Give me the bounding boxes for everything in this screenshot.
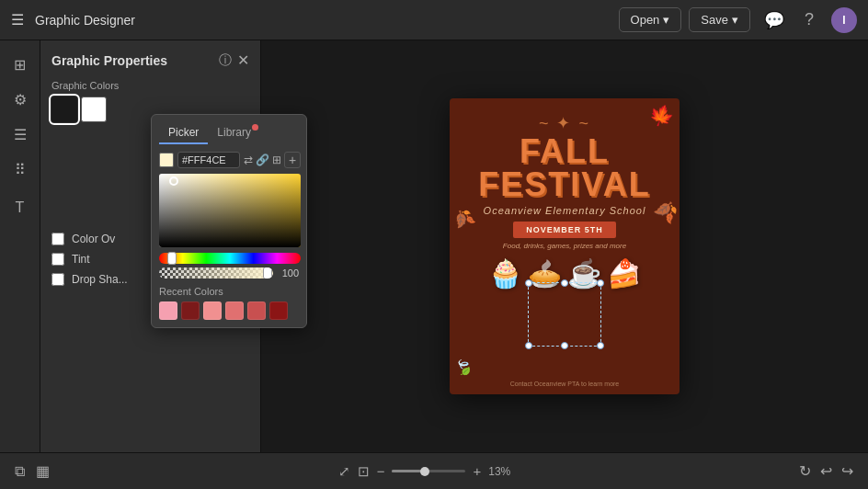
sidebar-item-text[interactable]: T: [6, 193, 35, 222]
undo-btn[interactable]: ↩: [820, 462, 832, 480]
help-icon-btn[interactable]: ?: [796, 7, 822, 33]
hue-slider-wrapper: [159, 253, 299, 264]
tab-library[interactable]: Library: [208, 122, 260, 144]
hue-thumb: [167, 252, 177, 265]
add-color-btn[interactable]: +: [284, 152, 301, 168]
latte-icon: ☕: [567, 257, 601, 290]
recent-swatch-3[interactable]: [203, 301, 222, 320]
main-area: ⊞ ⚙ ☰ ⠿ T Graphic Properties ⓘ ✕ Graphic…: [0, 40, 868, 452]
zoom-slider[interactable]: [392, 470, 465, 472]
topbar-icons: 💬 ? I: [761, 7, 857, 33]
swap-icon[interactable]: ⇄: [244, 152, 253, 168]
gradient-canvas[interactable]: [159, 174, 301, 247]
canvas-area[interactable]: 🍁 🍂 🍂 🍃 ~ ✦ ~ FALL FESTIVAL Oceanview El…: [261, 40, 868, 452]
panel-header: Graphic Properties ⓘ ✕: [51, 51, 249, 69]
color-picker-popup: Picker Library ⇄ 🔗 ⊞ +: [151, 114, 307, 328]
zoom-thumb: [420, 467, 429, 476]
recent-swatch-5[interactable]: [247, 301, 266, 320]
tint-checkbox[interactable]: [51, 253, 64, 266]
alpha-value: 100: [279, 267, 299, 279]
grid-icon[interactable]: ⊞: [272, 152, 281, 168]
sidebar-item-adjust[interactable]: ⚙: [6, 85, 35, 114]
grid-view-icon-btn[interactable]: ▦: [36, 462, 50, 480]
color-ov-label: Color Ov: [72, 233, 115, 245]
cake-icon: 🍰: [607, 257, 641, 290]
zoom-slider-wrapper: [392, 470, 465, 472]
resize-btn[interactable]: ⊡: [358, 463, 370, 480]
alpha-slider[interactable]: [159, 267, 273, 279]
sidebar-item-elements[interactable]: ⊞: [6, 50, 35, 79]
color-ov-checkbox[interactable]: [51, 233, 64, 245]
leaf-top-right-icon: 🍁: [645, 100, 677, 131]
hue-slider[interactable]: [159, 253, 301, 264]
fit-screen-btn[interactable]: ⤢: [338, 463, 350, 480]
leaf-mid-left-icon: 🍂: [450, 205, 477, 233]
alpha-gradient: [159, 267, 273, 279]
bottombar-center: ⤢ ⊡ − + 13%: [338, 463, 511, 480]
panel-close-button[interactable]: ✕: [237, 51, 249, 69]
bottombar: ⧉ ▦ ⤢ ⊡ − + 13% ↻ ↩ ↪: [0, 452, 868, 489]
hex-input[interactable]: [177, 152, 240, 168]
zoom-out-btn[interactable]: −: [377, 463, 385, 479]
leaf-mid-right-icon: 🍂: [651, 196, 680, 225]
graphic-colors-label: Graphic Colors: [51, 80, 249, 91]
leaf-bottom-left-icon: 🍃: [452, 356, 475, 379]
drop-shadow-checkbox[interactable]: [51, 273, 64, 286]
icon-sidebar: ⊞ ⚙ ☰ ⠿ T: [0, 40, 40, 452]
hex-color-preview: [159, 153, 174, 167]
sidebar-item-layers[interactable]: ☰: [6, 119, 35, 149]
recent-swatch-1[interactable]: [159, 301, 177, 320]
recent-colors-label: Recent Colors: [159, 286, 299, 297]
pie-icon: 🥧: [528, 257, 562, 290]
panel-info-icon[interactable]: ⓘ: [219, 52, 232, 69]
handle-bl[interactable]: [525, 342, 532, 349]
recent-swatch-6[interactable]: [269, 301, 288, 320]
save-button[interactable]: Save ▾: [689, 7, 750, 32]
alpha-thumb: [263, 267, 272, 279]
gradient-dark: [159, 174, 301, 247]
picker-tabs: Picker Library: [159, 122, 299, 144]
zoom-track: [392, 470, 421, 472]
handle-bm[interactable]: [561, 342, 568, 349]
bottombar-right: ↻ ↩ ↪: [799, 462, 853, 480]
poster-title-line2: FESTIVAL: [478, 168, 650, 201]
bottombar-left: ⧉ ▦: [15, 462, 50, 480]
avatar[interactable]: I: [831, 7, 857, 33]
menu-icon[interactable]: ☰: [11, 11, 24, 28]
open-button[interactable]: Open ▾: [619, 7, 682, 32]
hex-row-icons: ⇄ 🔗 ⊞ +: [244, 152, 301, 168]
recent-swatches: [159, 301, 299, 320]
link-icon[interactable]: 🔗: [256, 152, 269, 168]
layers-icon-btn[interactable]: ⧉: [15, 463, 25, 480]
cupcake-icon: 🧁: [488, 257, 522, 290]
drop-shadow-label: Drop Sha...: [72, 273, 128, 286]
poster-subtitle: Oceanview Elementary School: [484, 205, 646, 216]
zoom-in-btn[interactable]: +: [473, 463, 481, 479]
refresh-btn[interactable]: ↻: [799, 462, 811, 480]
alpha-row: 100: [159, 267, 299, 279]
tint-label: Tint: [72, 253, 90, 266]
poster-date-badge: NOVEMBER 5TH: [513, 222, 616, 238]
library-badge: [252, 124, 258, 131]
poster-tagline: Food, drinks, games, prizes and more: [503, 242, 626, 250]
poster: 🍁 🍂 🍂 🍃 ~ ✦ ~ FALL FESTIVAL Oceanview El…: [450, 98, 680, 394]
color-swatch-white[interactable]: [81, 97, 107, 122]
panel-title: Graphic Properties: [51, 53, 213, 68]
hex-row: ⇄ 🔗 ⊞ +: [159, 152, 299, 168]
poster-food-row: 🧁 🥧 ☕ 🍰: [488, 257, 641, 290]
graphic-properties-panel: Graphic Properties ⓘ ✕ Graphic Colors Pi…: [40, 40, 261, 452]
poster-decorative: ~ ✦ ~: [539, 113, 590, 133]
recent-swatch-4[interactable]: [225, 301, 244, 320]
chat-icon-btn[interactable]: 💬: [761, 7, 787, 33]
topbar: ☰ Graphic Designer Open ▾ Save ▾ 💬 ? I: [0, 0, 868, 40]
color-swatch-black[interactable]: [51, 97, 77, 122]
redo-btn[interactable]: ↪: [841, 462, 853, 480]
recent-swatch-2[interactable]: [181, 301, 200, 320]
topbar-actions: Open ▾ Save ▾: [619, 7, 750, 32]
zoom-label: 13%: [488, 465, 510, 478]
tab-picker[interactable]: Picker: [159, 122, 208, 144]
sidebar-item-apps[interactable]: ⠿: [6, 154, 35, 184]
app-title: Graphic Designer: [35, 13, 608, 28]
selection-overlay: [528, 282, 601, 347]
handle-br[interactable]: [597, 342, 604, 349]
